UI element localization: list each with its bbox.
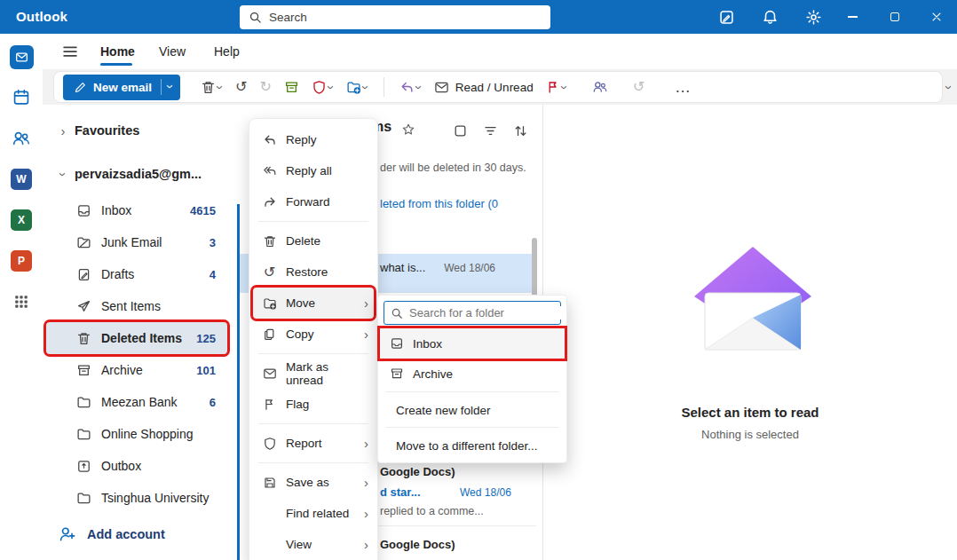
menu-item-mark-as-unread[interactable]: Mark as unread: [253, 358, 374, 389]
rail-mail-icon[interactable]: [7, 43, 36, 71]
read-unread-button[interactable]: Read / Unread: [430, 74, 538, 100]
menu-item-move[interactable]: Move ›: [253, 288, 374, 319]
menu-item-save-as[interactable]: Save as ›: [253, 467, 374, 498]
account-header[interactable]: › pervaizsadia5@gm...: [43, 161, 233, 187]
menu-item-reply[interactable]: Reply: [253, 124, 374, 155]
move-toolbar-button[interactable]: ›: [342, 74, 373, 100]
search-input[interactable]: [269, 11, 542, 24]
folder-search-input[interactable]: [409, 306, 566, 319]
move-folder-icon: [262, 296, 277, 311]
folder-sent-items[interactable]: Sent Items: [46, 290, 227, 322]
submenu-item-create-new-folder[interactable]: Create new folder: [380, 396, 565, 424]
message-subject-fragment: Google Docs): [380, 465, 455, 478]
excel-logo-icon: X: [11, 209, 32, 231]
more-options-button[interactable]: …: [665, 74, 701, 100]
global-search-box[interactable]: [240, 5, 550, 29]
folder-label: Tsinghua University: [101, 491, 216, 505]
menu-label: Reply: [286, 133, 317, 146]
select-all-icon[interactable]: [453, 123, 468, 138]
maximize-button[interactable]: [874, 0, 915, 34]
rail-excel-icon[interactable]: X: [7, 206, 36, 234]
menu-label: Restore: [286, 265, 328, 279]
menu-item-forward[interactable]: Forward: [253, 186, 374, 217]
rail-word-icon[interactable]: W: [7, 165, 36, 193]
minimize-button[interactable]: [832, 0, 874, 34]
unread-count: 101: [196, 364, 216, 377]
add-account-button[interactable]: Add account: [59, 525, 165, 543]
people-icon: [592, 79, 608, 95]
favourites-header[interactable]: › Favourites: [43, 117, 233, 144]
submenu-chevron-icon: ›: [364, 538, 368, 551]
powerpoint-logo-icon: P: [11, 250, 32, 272]
menu-item-restore[interactable]: ↺ Restore: [253, 256, 374, 288]
settings-gear-icon[interactable]: [803, 6, 824, 28]
new-email-dropdown[interactable]: ›: [162, 80, 180, 94]
menu-item-report[interactable]: Report ›: [253, 428, 374, 459]
close-button[interactable]: [915, 0, 957, 34]
report-toolbar-button[interactable]: ›: [307, 74, 338, 100]
list-item-divider: [375, 525, 536, 526]
flag-toolbar-button[interactable]: ›: [542, 74, 572, 100]
folder-search-box[interactable]: [384, 301, 561, 325]
rail-powerpoint-icon[interactable]: P: [7, 247, 36, 275]
rail-people-icon[interactable]: [7, 124, 36, 153]
favorite-star-icon[interactable]: [401, 122, 415, 137]
folder-label: Archive: [101, 363, 196, 377]
folder-meezan-bank[interactable]: Meezan Bank 6: [46, 386, 227, 418]
app-title: Outlook: [16, 0, 67, 34]
folder-archive[interactable]: Archive 101: [46, 354, 227, 386]
hamburger-menu-icon[interactable]: [60, 42, 80, 61]
rail-more-apps-icon[interactable]: [7, 288, 36, 316]
person-add-icon: [59, 525, 76, 543]
submenu-chevron-icon: ›: [364, 327, 368, 341]
folder-label: Sent Items: [101, 299, 216, 313]
message-date: Wed 18/06: [460, 486, 511, 499]
folder-inbox[interactable]: Inbox 4615: [46, 194, 227, 226]
notifications-bell-icon[interactable]: [759, 6, 780, 28]
folder-online-shopping[interactable]: Online Shopping: [46, 418, 227, 450]
menu-item-find-related[interactable]: Find related ›: [253, 498, 374, 529]
folder-icon: [76, 491, 91, 506]
rail-calendar-icon[interactable]: [7, 83, 36, 112]
new-email-button[interactable]: New email ›: [63, 75, 180, 100]
submenu-item-move-to-different-folder[interactable]: Move to a different folder...: [380, 431, 565, 460]
menu-label: Find related: [286, 507, 349, 520]
toolbar-expand-button[interactable]: ›: [947, 80, 952, 96]
tab-view[interactable]: View: [159, 34, 186, 69]
unread-count: 6: [210, 396, 216, 409]
submenu-item-archive[interactable]: Archive: [380, 359, 565, 389]
menu-item-view[interactable]: View ›: [253, 529, 374, 560]
empty-state-title: Select an item to read: [543, 405, 957, 420]
outbox-icon: [76, 459, 91, 474]
folder-tsinghua-university[interactable]: Tsinghua University: [46, 482, 227, 514]
feedback-icon[interactable]: [716, 6, 737, 28]
delete-button[interactable]: ›: [196, 74, 227, 100]
submenu-item-inbox[interactable]: Inbox: [380, 328, 565, 359]
message-date: Wed 18/06: [444, 262, 495, 274]
folder-deleted-items[interactable]: Deleted Items 125: [46, 322, 227, 354]
unread-count: 125: [196, 332, 216, 345]
menu-item-reply-all[interactable]: Reply all: [253, 155, 374, 186]
menu-item-delete[interactable]: Delete: [253, 225, 374, 256]
submenu-label: Create new folder: [396, 404, 491, 417]
recover-items-link-fragment[interactable]: leted from this folder (0: [380, 197, 498, 210]
favourites-label: Favourites: [75, 123, 139, 138]
people-toolbar-button[interactable]: [588, 74, 613, 100]
chevron-down-icon: ›: [214, 85, 227, 90]
menu-item-flag[interactable]: Flag: [253, 389, 374, 420]
redo-button[interactable]: ↻: [255, 74, 275, 100]
tab-help[interactable]: Help: [214, 34, 240, 69]
filter-icon[interactable]: [483, 123, 498, 138]
folder-label: Online Shopping: [101, 427, 216, 441]
folder-drafts[interactable]: Drafts 4: [46, 258, 227, 290]
folder-junk-email[interactable]: Junk Email 3: [46, 226, 227, 258]
sort-icon[interactable]: [513, 123, 528, 138]
folder-outbox[interactable]: Outbox: [46, 450, 227, 482]
archive-button[interactable]: [280, 74, 304, 100]
reply-icon: [262, 133, 277, 147]
menu-item-copy[interactable]: Copy ›: [253, 319, 374, 350]
reply-toolbar-button[interactable]: ›: [395, 74, 426, 100]
undo-secondary-button[interactable]: ↺: [629, 74, 649, 100]
mail-read-icon: [434, 80, 449, 95]
undo-button[interactable]: ↺: [231, 74, 251, 100]
